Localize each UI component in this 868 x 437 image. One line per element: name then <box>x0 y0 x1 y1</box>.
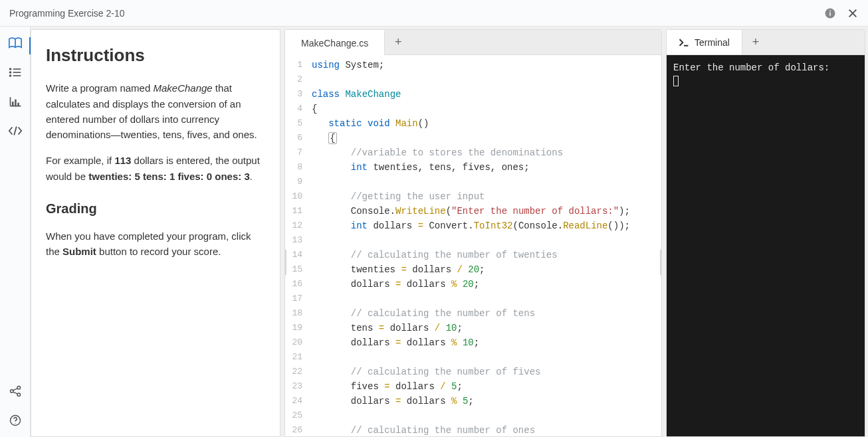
list-icon[interactable] <box>8 65 23 80</box>
code-editor[interactable]: 1234567891011121314151617181920212223242… <box>285 55 661 436</box>
line-gutter: 1234567891011121314151617181920212223242… <box>285 55 308 436</box>
svg-rect-1 <box>829 12 831 15</box>
svg-rect-15 <box>15 100 17 106</box>
submit-word: Submit <box>62 246 96 257</box>
svg-rect-2 <box>829 10 831 11</box>
terminal-output[interactable]: Enter the number of dollars: <box>667 55 865 436</box>
instructions-panel: Instructions Write a program named MakeC… <box>31 29 280 437</box>
drag-handle[interactable] <box>284 249 286 276</box>
tab-file[interactable]: MakeChange.cs <box>285 30 385 55</box>
instructions-heading: Instructions <box>46 42 265 68</box>
title-bar: Programming Exercise 2-10 <box>0 0 868 27</box>
editor-panel: MakeChange.cs + 123456789101112131415161… <box>284 29 662 437</box>
svg-point-19 <box>17 387 21 390</box>
terminal-line: Enter the number of dollars: <box>673 62 858 74</box>
new-terminal-button[interactable]: + <box>742 30 769 54</box>
terminal-prompt-icon <box>679 38 689 47</box>
svg-point-18 <box>10 390 13 393</box>
svg-line-22 <box>13 392 17 394</box>
example-input: 113 <box>114 155 131 166</box>
terminal-tabs: Terminal + <box>667 30 865 55</box>
svg-point-6 <box>9 68 11 70</box>
text: Write a program named <box>46 82 153 94</box>
code-area[interactable]: using System; class MakeChange{ static v… <box>308 55 661 436</box>
svg-line-17 <box>14 127 17 135</box>
share-icon[interactable] <box>8 384 23 398</box>
help-icon[interactable] <box>8 413 23 428</box>
program-name: MakeChange <box>153 82 212 94</box>
close-icon[interactable] <box>847 7 859 19</box>
editor-tabs: MakeChange.cs + <box>285 30 661 55</box>
text: button to record your score. <box>96 246 221 257</box>
text: For example, if <box>46 155 114 166</box>
sidebar <box>0 27 31 437</box>
tab-terminal[interactable]: Terminal <box>667 30 742 54</box>
svg-point-24 <box>15 423 15 424</box>
svg-rect-16 <box>17 103 19 106</box>
drag-handle[interactable] <box>660 249 662 276</box>
svg-point-20 <box>17 393 21 396</box>
tab-label: Terminal <box>695 37 730 48</box>
new-tab-button[interactable]: + <box>385 30 411 54</box>
instructions-p1: Write a program named MakeChange that ca… <box>46 80 265 142</box>
page-title: Programming Exercise 2-10 <box>9 8 125 19</box>
example-output: twenties: 5 tens: 1 fives: 0 ones: 3 <box>88 171 250 182</box>
svg-rect-14 <box>12 102 14 106</box>
terminal-cursor <box>673 76 679 86</box>
code-icon[interactable] <box>8 124 23 138</box>
terminal-panel: Terminal + Enter the number of dollars: <box>666 29 865 437</box>
book-icon[interactable] <box>8 36 23 50</box>
svg-point-10 <box>9 75 11 76</box>
tab-label: MakeChange.cs <box>301 38 368 48</box>
instructions-p2: For example, if 113 dollars is entered, … <box>46 153 265 184</box>
text: . <box>250 171 253 182</box>
svg-line-21 <box>13 389 17 391</box>
chart-icon[interactable] <box>8 94 23 109</box>
grading-heading: Grading <box>46 199 265 219</box>
instructions-p3: When you have completed your program, cl… <box>46 228 265 260</box>
svg-point-8 <box>9 72 11 73</box>
info-icon[interactable] <box>824 7 836 19</box>
